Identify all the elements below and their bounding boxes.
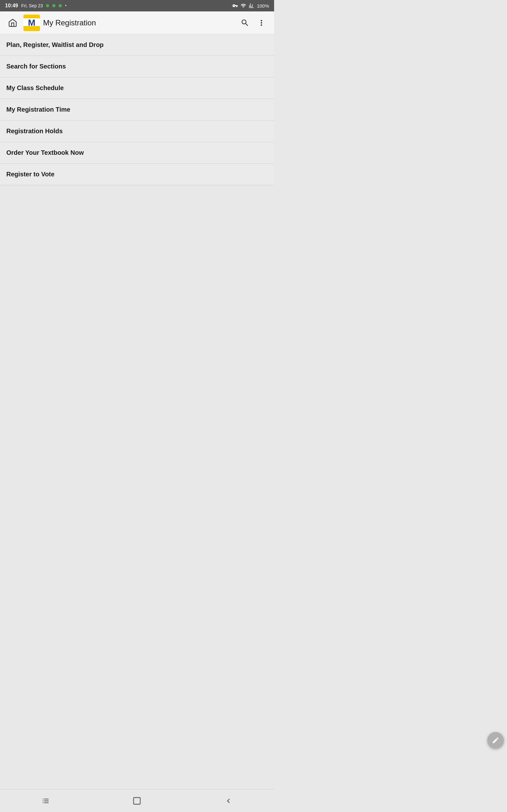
menu-item-plan-register[interactable]: Plan, Register, Waitlist and Drop: [0, 34, 274, 56]
wifi-dot: •: [65, 3, 66, 8]
search-icon: [240, 18, 249, 27]
battery-icon-3: [59, 4, 62, 7]
menu-item-registration-holds[interactable]: Registration Holds: [0, 120, 274, 142]
home-icon: [8, 18, 17, 28]
app-bar: M My Registration: [0, 11, 274, 34]
menu-item-label-search-sections: Search for Sections: [6, 63, 66, 70]
menu-item-label-registration-holds: Registration Holds: [6, 128, 63, 135]
menu-item-label-my-registration-time: My Registration Time: [6, 106, 70, 113]
menu-item-label-plan-register: Plan, Register, Waitlist and Drop: [6, 41, 104, 49]
menu-item-my-registration-time[interactable]: My Registration Time: [0, 99, 274, 120]
menu-list: Plan, Register, Waitlist and DropSearch …: [0, 34, 274, 185]
battery-percent: 100%: [257, 3, 269, 9]
menu-item-label-register-to-vote: Register to Vote: [6, 171, 55, 178]
search-button[interactable]: [237, 15, 252, 31]
content-area: Plan, Register, Waitlist and DropSearch …: [0, 34, 274, 211]
home-button[interactable]: [5, 15, 20, 31]
more-vert-icon: [257, 18, 266, 27]
status-date: Fri, Sep 23: [21, 3, 43, 8]
menu-item-my-class-schedule[interactable]: My Class Schedule: [0, 78, 274, 99]
app-bar-actions: [237, 15, 269, 31]
more-options-button[interactable]: [254, 15, 269, 31]
menu-item-search-sections[interactable]: Search for Sections: [0, 56, 274, 78]
menu-item-register-to-vote[interactable]: Register to Vote: [0, 164, 274, 185]
status-left: 10:49 Fri, Sep 23 •: [5, 3, 66, 9]
status-bar: 10:49 Fri, Sep 23 • 100%: [0, 0, 274, 11]
logo-m-letter: M: [28, 18, 35, 28]
menu-item-order-textbook[interactable]: Order Your Textbook Now: [0, 142, 274, 164]
menu-item-label-my-class-schedule: My Class Schedule: [6, 84, 64, 92]
signal-icon: [240, 3, 246, 9]
status-right: 100%: [232, 3, 269, 9]
battery-icon-2: [52, 4, 55, 7]
bars-icon: [249, 3, 255, 9]
battery-icon-1: [46, 4, 49, 7]
status-time: 10:49: [5, 3, 18, 9]
menu-item-label-order-textbook: Order Your Textbook Now: [6, 149, 83, 156]
canyons-logo: M: [23, 14, 40, 31]
key-icon: [232, 3, 238, 9]
app-title: My Registration: [43, 18, 237, 27]
